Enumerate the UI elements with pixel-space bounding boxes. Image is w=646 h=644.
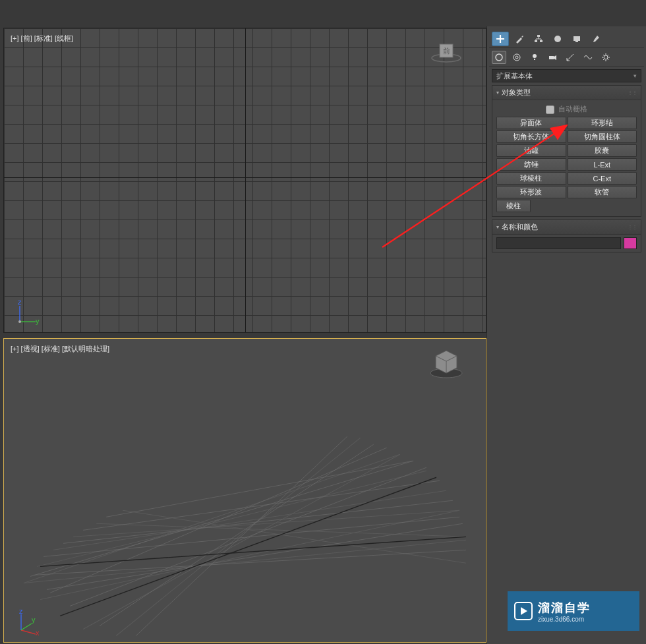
viewport-front-label[interactable]: [+] [前] [标准] [线框]	[11, 34, 73, 44]
svg-text:前: 前	[443, 47, 450, 55]
svg-line-11	[83, 454, 400, 629]
svg-text:z: z	[18, 299, 22, 306]
autogrid-label: 自动栅格	[558, 105, 587, 113]
svg-point-49	[515, 56, 518, 59]
viewcube-front[interactable]: 前	[426, 35, 466, 74]
svg-line-18	[123, 510, 466, 563]
object-name-input[interactable]	[496, 237, 621, 249]
autogrid-checkbox	[546, 105, 554, 114]
btn-torus-knot[interactable]: 环形结	[568, 117, 637, 129]
svg-line-31	[40, 537, 466, 566]
svg-line-22	[63, 500, 453, 543]
watermark: 溜溜自学 zixue.3d66.com	[508, 591, 639, 631]
svg-line-15	[53, 490, 446, 550]
svg-point-50	[533, 54, 537, 58]
persp-bg	[4, 339, 486, 643]
command-panel-tabs	[489, 28, 644, 47]
svg-line-39	[21, 624, 32, 630]
rollout-object-type-header[interactable]: 对象类型	[492, 86, 641, 100]
btn-c-ext[interactable]: C-Ext	[568, 172, 637, 185]
subtab-spacewarps[interactable]	[581, 51, 595, 64]
svg-text:z: z	[19, 609, 23, 615]
btn-spindle[interactable]: 纺锤	[496, 158, 566, 171]
svg-line-25	[106, 461, 413, 517]
watermark-url: zixue.3d66.com	[538, 616, 591, 623]
rollout-name-color-header[interactable]: 名称和颜色	[492, 220, 641, 235]
svg-marker-52	[554, 55, 556, 60]
svg-line-29	[136, 436, 347, 635]
tab-modify[interactable]	[511, 32, 528, 46]
svg-line-37	[21, 630, 36, 634]
svg-rect-51	[549, 56, 554, 59]
tab-motion[interactable]	[549, 32, 566, 46]
subtab-geometry[interactable]	[492, 51, 506, 64]
svg-line-20	[47, 523, 463, 589]
svg-point-53	[604, 55, 608, 59]
svg-line-14	[37, 471, 426, 566]
axis-gizmo-persp[interactable]: z x y	[16, 609, 42, 635]
svg-point-48	[514, 54, 520, 61]
autogrid-row: 自动栅格	[496, 103, 637, 117]
viewcube-persp[interactable]	[426, 345, 466, 385]
svg-rect-42	[535, 40, 537, 42]
svg-rect-45	[573, 36, 580, 41]
svg-line-28	[100, 444, 374, 626]
btn-gengon[interactable]: 球棱柱	[496, 172, 566, 185]
svg-rect-46	[575, 41, 578, 42]
btn-l-ext[interactable]: L-Ext	[568, 158, 637, 171]
object-color-swatch[interactable]	[624, 237, 637, 249]
btn-hedra[interactable]: 异面体	[496, 117, 566, 129]
subtab-helpers[interactable]	[563, 51, 577, 64]
command-panel: 扩展基本体 对象类型 自动栅格 异面体 环形结 切角长方体 切角圆柱体 油罐 胶…	[486, 26, 646, 644]
rollout-name-color: 名称和颜色	[492, 220, 641, 252]
svg-line-26	[30, 461, 413, 576]
axis-gizmo-front[interactable]: z y	[16, 299, 42, 326]
grid-front	[4, 28, 486, 332]
btn-hose[interactable]: 软管	[568, 186, 637, 198]
subtab-shapes[interactable]	[510, 51, 524, 64]
category-dropdown-label: 扩展基本体	[496, 71, 533, 81]
btn-capsule[interactable]: 胶囊	[568, 144, 637, 157]
btn-oiltank[interactable]: 油罐	[496, 144, 566, 157]
category-dropdown[interactable]: 扩展基本体	[492, 69, 641, 82]
watermark-title: 溜溜自学	[538, 600, 591, 616]
svg-line-12	[116, 438, 361, 635]
svg-text:y: y	[32, 616, 36, 624]
viewport-front[interactable]: [+] [前] [标准] [线框] 前 z y	[3, 28, 486, 333]
tab-hierarchy[interactable]	[530, 32, 547, 46]
svg-line-24	[83, 481, 440, 530]
svg-point-47	[496, 54, 502, 61]
btn-chamfer-box[interactable]: 切角长方体	[496, 131, 566, 143]
subtab-systems[interactable]	[599, 51, 613, 64]
svg-point-44	[554, 36, 561, 42]
svg-point-7	[18, 320, 21, 323]
svg-line-27	[50, 448, 387, 593]
rollout-object-type: 对象类型 自动栅格 异面体 环形结 切角长方体 切角圆柱体 油罐 胶囊 纺锤 L…	[492, 85, 641, 217]
btn-chamfer-cyl[interactable]: 切角圆柱体	[568, 131, 637, 143]
viewport-persp-label[interactable]: [+] [透视] [标准] [默认明暗处理]	[11, 344, 109, 354]
svg-text:x: x	[36, 629, 40, 635]
svg-text:y: y	[36, 317, 40, 325]
tab-utilities[interactable]	[587, 32, 604, 46]
object-type-buttons: 异面体 环形结 切角长方体 切角圆柱体 油罐 胶囊 纺锤 L-Ext 球棱柱 C…	[496, 117, 637, 212]
svg-line-8	[24, 540, 466, 583]
svg-rect-41	[537, 35, 540, 37]
viewport-perspective[interactable]: [+] [透视] [标准] [默认明暗处理] z x y	[3, 338, 486, 643]
btn-prism[interactable]: 棱柱	[496, 200, 531, 212]
watermark-play-icon	[514, 602, 533, 620]
btn-ringwave[interactable]: 环形波	[496, 186, 566, 198]
subtab-lights[interactable]	[527, 51, 542, 64]
create-subtabs	[489, 47, 644, 67]
tab-display[interactable]	[568, 32, 585, 46]
tab-create[interactable]	[492, 32, 509, 46]
svg-rect-43	[540, 40, 543, 42]
subtab-cameras[interactable]	[545, 51, 560, 64]
svg-line-23	[44, 517, 459, 556]
